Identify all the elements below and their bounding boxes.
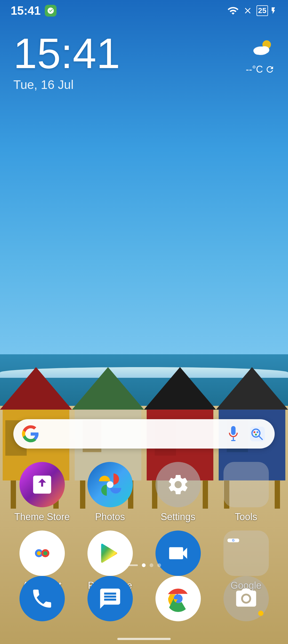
app-theme-store[interactable]: Theme Store [13,462,71,523]
status-time: 15:41 [11,4,41,17]
date-display: Tue, 16 Jul [13,77,120,92]
tools-folder-icon [223,462,269,507]
svg-rect-24 [231,426,236,435]
photos-label: Photos [95,511,125,523]
app-tools[interactable]: Tools [217,462,275,523]
svg-marker-5 [72,367,144,410]
messages-icon [87,576,133,621]
page-dot-1-active[interactable] [142,563,146,567]
messages-symbol [98,587,122,611]
wifi-icon [227,5,239,17]
settings-icon [155,462,201,507]
svg-point-23 [260,46,269,54]
lens-icon [250,427,265,441]
svg-point-30 [255,434,257,435]
settings-label: Settings [161,511,195,523]
theme-store-symbol [30,473,54,497]
clock-area: 15:41 Tue, 16 Jul [13,32,120,92]
status-bar: 15:41 25 [0,0,288,21]
phone-symbol [30,587,54,611]
battery-indicator: 25 [257,5,277,16]
app-row-1: Theme Store Photos [8,462,280,523]
weather-temperature: --°C [246,64,275,75]
google-folder-icon: G [223,531,269,576]
lens-search-button[interactable] [248,425,267,443]
voice-search-button[interactable] [224,425,243,443]
chrome-icon [155,576,201,621]
svg-point-33 [37,551,41,555]
settings-symbol [166,473,190,497]
app-settings[interactable]: Settings [149,462,207,523]
svg-point-28 [253,431,255,433]
dock-chrome[interactable] [155,576,201,621]
play-store-icon [87,531,133,576]
duo-icon [155,531,201,576]
theme-store-icon [19,462,65,507]
dock-camera[interactable] [223,576,269,621]
page-indicators [0,563,288,567]
app-photos[interactable]: Photos [81,462,139,523]
svg-marker-0 [0,367,72,410]
chrome-symbol [165,585,191,612]
partly-cloudy-icon [251,39,275,57]
status-left: 15:41 [11,4,57,17]
google-search-bar[interactable] [13,419,275,449]
page-indicator-line [127,564,138,566]
tools-label: Tools [235,511,257,523]
refresh-icon[interactable] [265,65,275,74]
theme-store-label: Theme Store [14,511,70,523]
camera-dot [258,611,263,616]
main-clock: 15:41 [13,32,120,75]
mic-icon [227,426,240,442]
photos-icon [87,462,133,507]
google-logo [21,425,40,443]
assistant-symbol [30,541,54,565]
svg-marker-15 [216,367,288,410]
weather-widget[interactable]: --°C [246,39,275,75]
status-right: 25 [227,5,277,17]
assistant-icon [19,531,65,576]
notification-icon [45,5,57,17]
weather-icon [251,39,275,62]
duo-symbol [166,541,190,565]
dock-phone[interactable] [19,576,65,621]
camera-symbol [234,587,258,611]
dock [8,572,280,625]
camera-icon [223,576,269,621]
photos-symbol [97,471,123,498]
svg-rect-26 [231,440,236,441]
x-icon [243,6,253,15]
phone-icon [19,576,65,621]
svg-point-29 [257,431,258,433]
charging-icon [269,6,277,15]
dock-messages[interactable] [87,576,133,621]
play-store-symbol [98,541,122,565]
svg-rect-25 [233,437,234,440]
g-mini: G [227,539,239,542]
svg-point-34 [43,551,47,555]
page-dot-2[interactable] [150,563,153,567]
home-indicator[interactable] [117,638,171,640]
svg-marker-10 [144,367,216,410]
page-dot-3[interactable] [157,563,161,567]
